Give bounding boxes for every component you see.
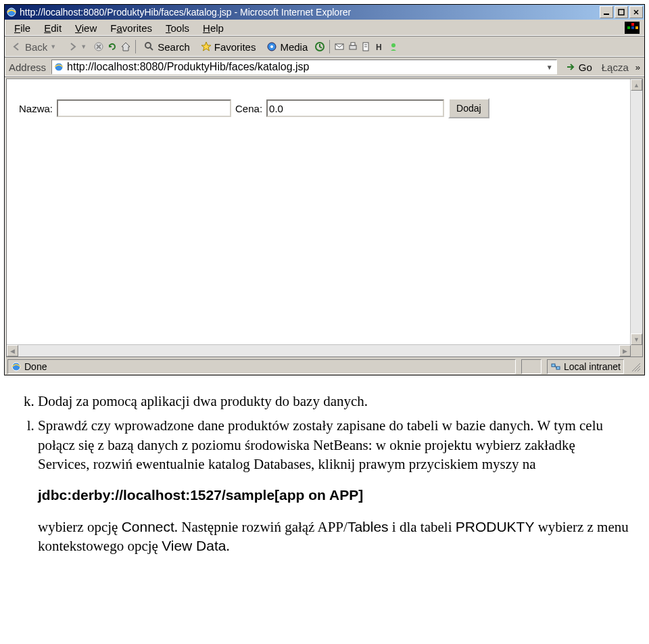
intranet-icon (550, 361, 561, 372)
window-title: http://localhost:8080/ProduktyHib/faces/… (20, 7, 598, 18)
svg-rect-7 (627, 26, 630, 29)
statusbar: Done Local intranet (5, 359, 644, 375)
forward-arrow-icon (67, 41, 78, 52)
address-input[interactable]: http://localhost:8080/ProduktyHib/faces/… (51, 60, 557, 74)
discuss-icon[interactable]: H (375, 41, 385, 52)
edit-icon[interactable] (361, 41, 372, 52)
document-text: Dodaj za pomocą aplikacji dwa produkty d… (0, 380, 649, 581)
chevron-down-icon: ▼ (50, 43, 56, 50)
dodaj-button[interactable]: Dodaj (448, 98, 489, 118)
scroll-left-icon[interactable]: ◀ (7, 345, 18, 356)
list-item-k: Dodaj za pomocą aplikacji dwa produkty d… (38, 392, 629, 411)
status-text-pane: Done (7, 359, 516, 374)
messenger-icon[interactable] (388, 41, 399, 52)
menu-edit[interactable]: Edit (37, 21, 68, 35)
menu-favorites[interactable]: Favorites (103, 21, 159, 35)
menu-file[interactable]: File (7, 21, 37, 35)
chevron-down-icon[interactable]: ▼ (544, 64, 555, 71)
ie-page-icon (53, 62, 64, 72)
ie-page-icon (11, 361, 22, 372)
connect-label: Connect (122, 519, 174, 534)
svg-rect-9 (635, 26, 638, 29)
separator (329, 40, 330, 53)
go-label: Go (579, 62, 592, 73)
svg-rect-20 (351, 43, 355, 45)
back-label: Back (25, 41, 47, 53)
menubar: File Edit View Favorites Tools Help (5, 20, 644, 37)
scroll-up-icon[interactable]: ▲ (631, 79, 642, 91)
svg-rect-2 (619, 9, 624, 15)
media-button[interactable]: Media (262, 40, 312, 54)
svg-rect-8 (631, 26, 634, 29)
menu-help[interactable]: Help (196, 21, 231, 35)
stop-icon[interactable] (93, 41, 104, 52)
minimize-button[interactable] (600, 6, 613, 18)
search-icon (144, 41, 155, 52)
resize-grip-icon[interactable] (629, 361, 642, 373)
home-icon[interactable] (120, 41, 131, 52)
cena-label: Cena: (235, 103, 262, 114)
svg-point-13 (145, 43, 151, 48)
jdbc-url: jdbc:derby://localhost:1527/sample[app o… (38, 486, 629, 505)
svg-point-26 (55, 63, 63, 71)
titlebar: http://localhost:8080/ProduktyHib/faces/… (5, 5, 644, 20)
address-url: http://localhost:8080/ProduktyHib/faces/… (67, 61, 309, 73)
toolbar: Back ▼ ▼ Search Favorites Media H (5, 37, 644, 58)
ie-logo-icon (6, 7, 17, 18)
mail-icon[interactable] (334, 41, 345, 52)
scroll-down-icon[interactable]: ▼ (631, 334, 642, 345)
links-label[interactable]: Łącza (600, 62, 630, 73)
svg-rect-6 (631, 23, 634, 26)
svg-line-32 (635, 366, 640, 371)
close-button[interactable] (629, 6, 643, 18)
svg-rect-29 (556, 367, 560, 369)
ie-throbber-icon (623, 21, 642, 34)
print-icon[interactable] (347, 41, 358, 52)
zone-label: Local intranet (564, 361, 621, 372)
svg-point-25 (391, 43, 395, 47)
scroll-right-icon[interactable]: ▶ (619, 345, 631, 356)
nazwa-input[interactable] (57, 99, 231, 117)
refresh-icon[interactable] (107, 41, 118, 52)
svg-point-27 (12, 363, 20, 371)
chevron-down-icon: ▼ (80, 43, 87, 50)
list-item-l: Sprawdź czy wprowadzone dane produktów z… (38, 416, 629, 555)
favorites-button[interactable]: Favorites (197, 40, 260, 54)
history-icon[interactable] (314, 41, 325, 52)
svg-point-16 (270, 45, 273, 48)
produkty-label: PRODUKTY (456, 519, 535, 534)
status-pane-empty (521, 359, 542, 374)
svg-rect-1 (604, 14, 609, 15)
favorites-label: Favorites (214, 41, 256, 53)
zone-pane: Local intranet (547, 359, 624, 374)
addressbar: Address http://localhost:8080/ProduktyHi… (5, 58, 644, 77)
star-icon (201, 41, 212, 52)
horizontal-scrollbar[interactable]: ◀ ▶ (7, 344, 631, 356)
back-arrow-icon (11, 41, 22, 52)
chevron-right-icon[interactable]: » (634, 62, 642, 72)
svg-line-33 (638, 369, 640, 371)
nazwa-label: Nazwa: (19, 103, 53, 114)
viewdata-label: View Data (162, 538, 226, 553)
cena-input[interactable] (266, 99, 444, 117)
menu-view[interactable]: View (68, 21, 103, 35)
forward-button[interactable]: ▼ (63, 40, 91, 53)
scroll-corner (631, 345, 642, 356)
maximize-button[interactable] (615, 6, 628, 18)
separator (135, 40, 136, 53)
media-icon (266, 41, 277, 52)
content-viewport: Nazwa: Cena: Dodaj ▲ ▼ ◀ ▶ (6, 78, 643, 357)
search-button[interactable]: Search (140, 40, 194, 54)
back-button[interactable]: Back ▼ (7, 40, 60, 54)
search-label: Search (158, 41, 190, 53)
tables-label: Tables (347, 519, 389, 534)
svg-point-0 (7, 8, 16, 16)
ie-window: http://localhost:8080/ProduktyHib/faces/… (4, 4, 645, 375)
svg-text:H: H (376, 43, 382, 52)
media-label: Media (280, 41, 308, 53)
vertical-scrollbar[interactable]: ▲ ▼ (630, 79, 642, 345)
status-text: Done (24, 361, 47, 372)
menu-tools[interactable]: Tools (159, 21, 196, 35)
go-button[interactable]: Go (561, 62, 596, 73)
svg-rect-19 (350, 45, 356, 49)
